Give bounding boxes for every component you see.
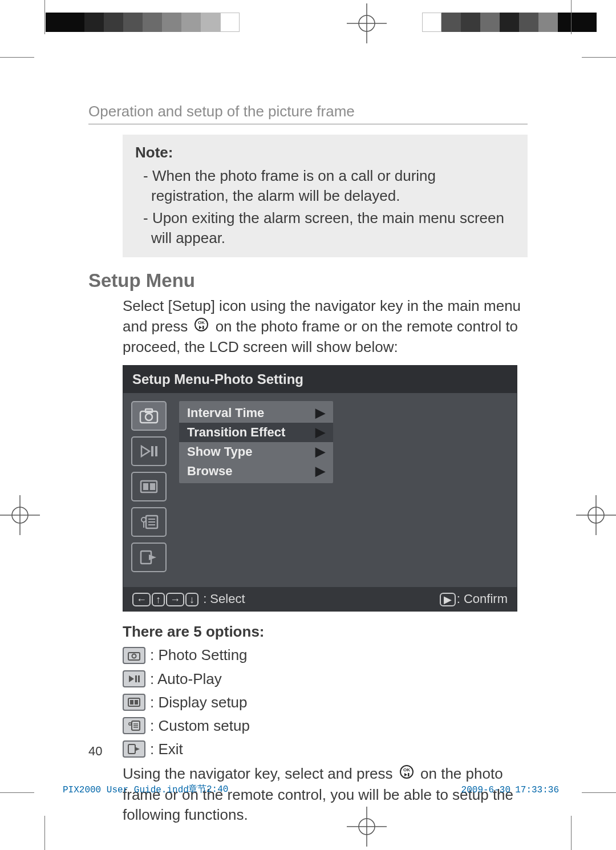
lcd-title: Setup Menu-Photo Setting (123, 366, 517, 393)
submenu-label: Interval Time (187, 406, 264, 420)
crop-mark (571, 816, 572, 850)
option-row: : Photo Setting (123, 645, 528, 665)
lcd-screenshot: Setup Menu-Photo Setting Interval Time▶ … (123, 365, 517, 612)
submenu-row: Interval Time▶ (179, 403, 333, 423)
svg-rect-37 (138, 675, 140, 682)
registration-mark-top (347, 3, 387, 43)
photo-setting-icon (131, 401, 167, 431)
svg-point-6 (12, 507, 28, 523)
svg-marker-50 (404, 773, 407, 776)
arrow-left-icon: ← (132, 593, 151, 606)
page-number: 40 (88, 744, 102, 759)
running-header: Operation and setup of the picture frame (88, 103, 528, 124)
page-content: Operation and setup of the picture frame… (88, 103, 528, 825)
crop-mark (44, 816, 45, 850)
hint-select: ←↑→↓ : Select (132, 592, 245, 606)
svg-point-0 (359, 15, 375, 31)
svg-rect-40 (135, 700, 138, 705)
crop-mark (571, 0, 572, 34)
note-item: - When the photo frame is on a call or d… (135, 166, 517, 206)
ok-play-icon: OK (399, 764, 414, 784)
note-box: Note: - When the photo frame is on a cal… (123, 135, 528, 257)
svg-point-34 (132, 654, 136, 658)
slug-filename: PIX2000 User Guide.indd (63, 785, 189, 795)
option-row: : Custom setup (123, 716, 528, 736)
submenu-label: Transition Effect (187, 425, 285, 440)
submenu-label: Browse (187, 464, 232, 479)
crop-mark (582, 792, 616, 793)
svg-rect-23 (143, 483, 148, 490)
svg-point-18 (145, 414, 152, 420)
hint-text: : Select (203, 592, 245, 606)
svg-marker-35 (129, 675, 134, 682)
lcd-hintbar: ←↑→↓ : Select ▶: Confirm (123, 587, 517, 611)
display-setup-icon (131, 472, 167, 501)
option-row: : Exit (123, 739, 528, 759)
submenu-row: Transition Effect▶ (179, 423, 333, 442)
option-label: : Custom setup (150, 716, 250, 736)
exit-icon (131, 543, 167, 572)
ok-play-icon: OK (194, 317, 209, 337)
custom-setup-icon (123, 717, 145, 734)
svg-marker-32 (149, 554, 156, 560)
display-setup-icon (123, 694, 145, 711)
play-icon: ▶ (440, 593, 456, 606)
submenu-row: Show Type▶ (179, 442, 333, 462)
registration-mark-right (576, 495, 616, 535)
chevron-right-icon: ▶ (315, 425, 325, 440)
submenu-label: Show Type (187, 444, 253, 459)
option-row: : Auto-Play (123, 669, 528, 689)
arrow-down-icon: ↓ (185, 593, 198, 606)
lcd-sidebar (131, 401, 171, 572)
options-heading: There are 5 options: (123, 622, 528, 642)
chevron-right-icon: ▶ (315, 464, 325, 479)
auto-play-icon (123, 670, 145, 687)
note-title: Note: (135, 143, 517, 163)
colour-bar-left (46, 13, 240, 32)
hint-text: : Confirm (457, 592, 508, 606)
submenu-row: Browse▶ (179, 462, 333, 481)
crop-mark (582, 57, 616, 58)
crop-mark (44, 0, 45, 34)
section-heading: Setup Menu (88, 270, 528, 292)
svg-rect-46 (128, 744, 135, 754)
crop-mark (0, 792, 34, 793)
option-label: : Display setup (150, 693, 248, 713)
svg-point-9 (588, 507, 604, 523)
option-label: : Exit (150, 739, 183, 759)
option-label: : Photo Setting (150, 645, 248, 665)
svg-rect-20 (151, 446, 153, 456)
svg-point-45 (129, 723, 131, 725)
closing-text: Using the navigator key, select and pres… (123, 765, 397, 782)
svg-rect-15 (202, 326, 204, 329)
svg-marker-47 (135, 747, 140, 751)
svg-rect-21 (155, 446, 157, 456)
svg-text:OK: OK (403, 767, 410, 772)
svg-marker-19 (141, 446, 149, 456)
photo-setting-icon (123, 647, 145, 664)
auto-play-icon (131, 436, 167, 466)
arrow-up-icon: ↑ (152, 593, 165, 606)
registration-mark-left (0, 495, 40, 535)
option-label: : Auto-Play (150, 669, 222, 689)
slug-section: 章节2:40 (188, 783, 228, 795)
option-row: : Display setup (123, 693, 528, 713)
crop-mark (0, 57, 34, 58)
svg-rect-24 (150, 483, 155, 490)
slug-time: 17:33:36 (515, 785, 559, 795)
svg-rect-36 (135, 675, 137, 682)
note-item: - Upon exiting the alarm screen, the mai… (135, 208, 517, 248)
arrow-right-icon: → (166, 593, 184, 606)
svg-rect-51 (408, 773, 410, 776)
chevron-right-icon: ▶ (315, 406, 325, 420)
lcd-submenu: Interval Time▶ Transition Effect▶ Show T… (179, 401, 333, 483)
slug-date: 2009-6-30 (461, 785, 510, 795)
chevron-right-icon: ▶ (315, 444, 325, 459)
intro-paragraph: Select [Setup] icon using the navigator … (123, 296, 528, 357)
exit-icon (123, 740, 145, 758)
svg-marker-14 (199, 326, 202, 329)
custom-setup-icon (131, 507, 167, 537)
svg-rect-39 (130, 700, 133, 705)
svg-text:OK: OK (198, 320, 205, 325)
hint-confirm: ▶: Confirm (440, 592, 508, 606)
